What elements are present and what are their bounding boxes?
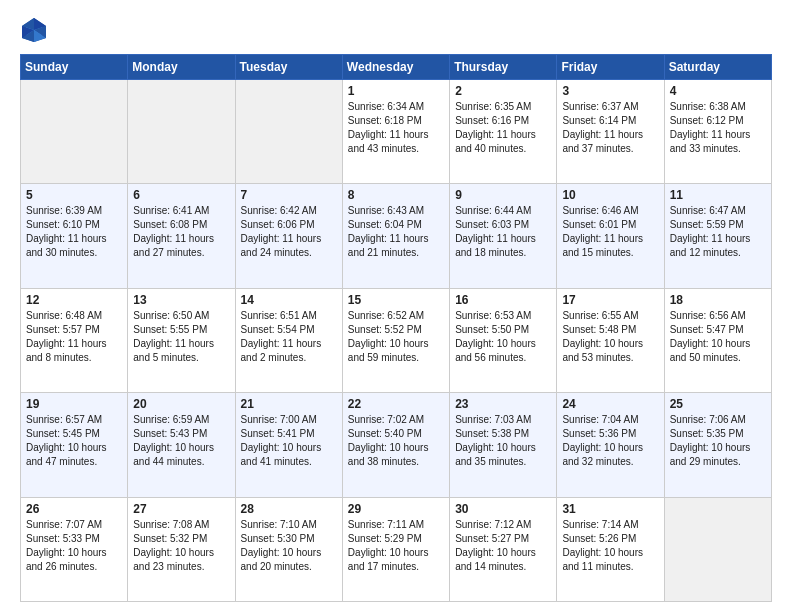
day-number: 30 bbox=[455, 502, 551, 516]
day-info: Sunrise: 6:51 AM Sunset: 5:54 PM Dayligh… bbox=[241, 309, 337, 365]
day-info: Sunrise: 6:43 AM Sunset: 6:04 PM Dayligh… bbox=[348, 204, 444, 260]
calendar-cell: 26Sunrise: 7:07 AM Sunset: 5:33 PM Dayli… bbox=[21, 497, 128, 601]
calendar-cell: 13Sunrise: 6:50 AM Sunset: 5:55 PM Dayli… bbox=[128, 288, 235, 392]
day-number: 29 bbox=[348, 502, 444, 516]
day-number: 14 bbox=[241, 293, 337, 307]
page: SundayMondayTuesdayWednesdayThursdayFrid… bbox=[0, 0, 792, 612]
weekday-saturday: Saturday bbox=[664, 55, 771, 80]
calendar-week-3: 12Sunrise: 6:48 AM Sunset: 5:57 PM Dayli… bbox=[21, 288, 772, 392]
day-info: Sunrise: 6:59 AM Sunset: 5:43 PM Dayligh… bbox=[133, 413, 229, 469]
calendar-cell: 25Sunrise: 7:06 AM Sunset: 5:35 PM Dayli… bbox=[664, 393, 771, 497]
calendar-cell: 27Sunrise: 7:08 AM Sunset: 5:32 PM Dayli… bbox=[128, 497, 235, 601]
day-info: Sunrise: 6:46 AM Sunset: 6:01 PM Dayligh… bbox=[562, 204, 658, 260]
calendar-cell: 15Sunrise: 6:52 AM Sunset: 5:52 PM Dayli… bbox=[342, 288, 449, 392]
day-info: Sunrise: 6:52 AM Sunset: 5:52 PM Dayligh… bbox=[348, 309, 444, 365]
day-number: 9 bbox=[455, 188, 551, 202]
day-number: 11 bbox=[670, 188, 766, 202]
day-info: Sunrise: 7:00 AM Sunset: 5:41 PM Dayligh… bbox=[241, 413, 337, 469]
day-info: Sunrise: 7:12 AM Sunset: 5:27 PM Dayligh… bbox=[455, 518, 551, 574]
day-info: Sunrise: 6:44 AM Sunset: 6:03 PM Dayligh… bbox=[455, 204, 551, 260]
calendar-cell: 14Sunrise: 6:51 AM Sunset: 5:54 PM Dayli… bbox=[235, 288, 342, 392]
calendar-cell: 31Sunrise: 7:14 AM Sunset: 5:26 PM Dayli… bbox=[557, 497, 664, 601]
calendar-cell: 8Sunrise: 6:43 AM Sunset: 6:04 PM Daylig… bbox=[342, 184, 449, 288]
logo bbox=[20, 16, 52, 44]
day-number: 21 bbox=[241, 397, 337, 411]
calendar-cell: 20Sunrise: 6:59 AM Sunset: 5:43 PM Dayli… bbox=[128, 393, 235, 497]
calendar-cell: 17Sunrise: 6:55 AM Sunset: 5:48 PM Dayli… bbox=[557, 288, 664, 392]
day-number: 26 bbox=[26, 502, 122, 516]
weekday-friday: Friday bbox=[557, 55, 664, 80]
day-number: 4 bbox=[670, 84, 766, 98]
day-number: 22 bbox=[348, 397, 444, 411]
calendar-cell: 7Sunrise: 6:42 AM Sunset: 6:06 PM Daylig… bbox=[235, 184, 342, 288]
calendar-cell: 21Sunrise: 7:00 AM Sunset: 5:41 PM Dayli… bbox=[235, 393, 342, 497]
day-info: Sunrise: 7:10 AM Sunset: 5:30 PM Dayligh… bbox=[241, 518, 337, 574]
day-number: 8 bbox=[348, 188, 444, 202]
calendar-cell: 1Sunrise: 6:34 AM Sunset: 6:18 PM Daylig… bbox=[342, 80, 449, 184]
weekday-thursday: Thursday bbox=[450, 55, 557, 80]
weekday-monday: Monday bbox=[128, 55, 235, 80]
calendar-cell: 9Sunrise: 6:44 AM Sunset: 6:03 PM Daylig… bbox=[450, 184, 557, 288]
day-info: Sunrise: 6:47 AM Sunset: 5:59 PM Dayligh… bbox=[670, 204, 766, 260]
day-number: 12 bbox=[26, 293, 122, 307]
day-info: Sunrise: 6:57 AM Sunset: 5:45 PM Dayligh… bbox=[26, 413, 122, 469]
calendar-week-4: 19Sunrise: 6:57 AM Sunset: 5:45 PM Dayli… bbox=[21, 393, 772, 497]
day-number: 13 bbox=[133, 293, 229, 307]
day-number: 7 bbox=[241, 188, 337, 202]
calendar-cell: 22Sunrise: 7:02 AM Sunset: 5:40 PM Dayli… bbox=[342, 393, 449, 497]
weekday-sunday: Sunday bbox=[21, 55, 128, 80]
day-number: 3 bbox=[562, 84, 658, 98]
calendar-cell bbox=[21, 80, 128, 184]
day-number: 1 bbox=[348, 84, 444, 98]
day-number: 18 bbox=[670, 293, 766, 307]
day-info: Sunrise: 6:38 AM Sunset: 6:12 PM Dayligh… bbox=[670, 100, 766, 156]
day-info: Sunrise: 6:55 AM Sunset: 5:48 PM Dayligh… bbox=[562, 309, 658, 365]
header bbox=[20, 16, 772, 44]
day-number: 2 bbox=[455, 84, 551, 98]
calendar-cell: 24Sunrise: 7:04 AM Sunset: 5:36 PM Dayli… bbox=[557, 393, 664, 497]
day-info: Sunrise: 6:35 AM Sunset: 6:16 PM Dayligh… bbox=[455, 100, 551, 156]
day-info: Sunrise: 6:37 AM Sunset: 6:14 PM Dayligh… bbox=[562, 100, 658, 156]
day-info: Sunrise: 6:39 AM Sunset: 6:10 PM Dayligh… bbox=[26, 204, 122, 260]
weekday-header-row: SundayMondayTuesdayWednesdayThursdayFrid… bbox=[21, 55, 772, 80]
calendar-cell: 29Sunrise: 7:11 AM Sunset: 5:29 PM Dayli… bbox=[342, 497, 449, 601]
day-info: Sunrise: 6:56 AM Sunset: 5:47 PM Dayligh… bbox=[670, 309, 766, 365]
day-info: Sunrise: 7:08 AM Sunset: 5:32 PM Dayligh… bbox=[133, 518, 229, 574]
calendar-cell: 18Sunrise: 6:56 AM Sunset: 5:47 PM Dayli… bbox=[664, 288, 771, 392]
day-number: 19 bbox=[26, 397, 122, 411]
calendar-cell: 2Sunrise: 6:35 AM Sunset: 6:16 PM Daylig… bbox=[450, 80, 557, 184]
calendar-cell: 28Sunrise: 7:10 AM Sunset: 5:30 PM Dayli… bbox=[235, 497, 342, 601]
day-number: 5 bbox=[26, 188, 122, 202]
calendar-cell: 16Sunrise: 6:53 AM Sunset: 5:50 PM Dayli… bbox=[450, 288, 557, 392]
calendar-cell: 23Sunrise: 7:03 AM Sunset: 5:38 PM Dayli… bbox=[450, 393, 557, 497]
day-number: 25 bbox=[670, 397, 766, 411]
logo-icon bbox=[20, 16, 48, 44]
day-info: Sunrise: 7:04 AM Sunset: 5:36 PM Dayligh… bbox=[562, 413, 658, 469]
calendar-cell: 10Sunrise: 6:46 AM Sunset: 6:01 PM Dayli… bbox=[557, 184, 664, 288]
day-number: 17 bbox=[562, 293, 658, 307]
day-number: 20 bbox=[133, 397, 229, 411]
day-number: 27 bbox=[133, 502, 229, 516]
day-number: 6 bbox=[133, 188, 229, 202]
day-info: Sunrise: 6:48 AM Sunset: 5:57 PM Dayligh… bbox=[26, 309, 122, 365]
weekday-tuesday: Tuesday bbox=[235, 55, 342, 80]
calendar-cell bbox=[664, 497, 771, 601]
calendar-cell bbox=[235, 80, 342, 184]
calendar-week-1: 1Sunrise: 6:34 AM Sunset: 6:18 PM Daylig… bbox=[21, 80, 772, 184]
calendar-cell: 6Sunrise: 6:41 AM Sunset: 6:08 PM Daylig… bbox=[128, 184, 235, 288]
day-number: 31 bbox=[562, 502, 658, 516]
calendar-cell: 5Sunrise: 6:39 AM Sunset: 6:10 PM Daylig… bbox=[21, 184, 128, 288]
calendar-cell: 3Sunrise: 6:37 AM Sunset: 6:14 PM Daylig… bbox=[557, 80, 664, 184]
day-info: Sunrise: 7:14 AM Sunset: 5:26 PM Dayligh… bbox=[562, 518, 658, 574]
day-number: 23 bbox=[455, 397, 551, 411]
day-number: 10 bbox=[562, 188, 658, 202]
day-number: 15 bbox=[348, 293, 444, 307]
calendar-week-2: 5Sunrise: 6:39 AM Sunset: 6:10 PM Daylig… bbox=[21, 184, 772, 288]
calendar-week-5: 26Sunrise: 7:07 AM Sunset: 5:33 PM Dayli… bbox=[21, 497, 772, 601]
day-info: Sunrise: 7:02 AM Sunset: 5:40 PM Dayligh… bbox=[348, 413, 444, 469]
day-info: Sunrise: 7:06 AM Sunset: 5:35 PM Dayligh… bbox=[670, 413, 766, 469]
day-info: Sunrise: 6:42 AM Sunset: 6:06 PM Dayligh… bbox=[241, 204, 337, 260]
day-info: Sunrise: 7:03 AM Sunset: 5:38 PM Dayligh… bbox=[455, 413, 551, 469]
day-info: Sunrise: 6:50 AM Sunset: 5:55 PM Dayligh… bbox=[133, 309, 229, 365]
calendar-cell: 11Sunrise: 6:47 AM Sunset: 5:59 PM Dayli… bbox=[664, 184, 771, 288]
